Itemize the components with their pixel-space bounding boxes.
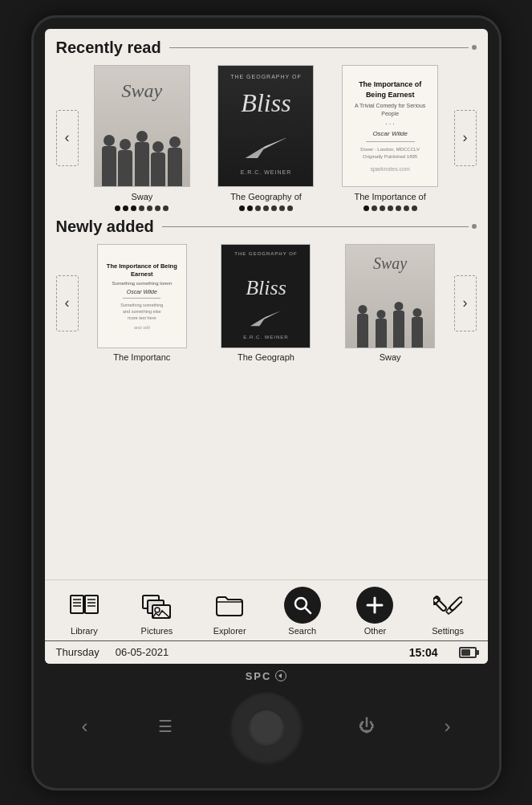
folder-icon: [214, 592, 245, 619]
bliss-author: E.R.C. WEINER: [218, 169, 313, 175]
book-open-icon: [69, 592, 99, 619]
person: [357, 314, 368, 348]
hardware-controls: ‹ ☰ ⏻ ›: [45, 690, 488, 762]
recently-read-items: Sway Sway: [79, 65, 454, 211]
section-divider: [169, 47, 469, 48]
dot: [263, 205, 269, 211]
carousel-prev-button[interactable]: ‹: [56, 110, 79, 166]
status-day: Thursday: [56, 646, 99, 658]
dot: [155, 205, 160, 211]
dpad-control[interactable]: [230, 690, 303, 762]
paper-plane-icon-small: [250, 304, 281, 327]
newly-added-header: Newly added: [56, 218, 477, 236]
person: [376, 319, 387, 348]
si-title: The Importance of Being Earnest: [104, 262, 180, 279]
hardware-menu-button[interactable]: ☰: [149, 710, 181, 742]
dot: [388, 205, 393, 211]
hardware-forward-button[interactable]: ›: [432, 710, 464, 742]
person: [393, 311, 404, 348]
ss-title: Sway: [346, 254, 434, 273]
book-item[interactable]: Sway: [345, 244, 435, 363]
book-title-label: The Importance of: [355, 191, 426, 202]
nav-label-explorer: Explorer: [213, 626, 246, 636]
brand-area: SPC: [246, 670, 287, 682]
small-cover-bliss: THE GEOGRAPHY OF Bliss E.R.C. WEINER: [221, 245, 310, 348]
carousel-prev-button[interactable]: ‹: [56, 275, 79, 331]
dot: [396, 205, 401, 211]
wrench-screwdriver-icon: [433, 592, 462, 619]
book-cover-small: Sway: [345, 244, 435, 348]
cover-importance-visual: The Importance of Being Earnest A Trivia…: [343, 66, 437, 186]
hardware-back-button[interactable]: ‹: [69, 710, 101, 742]
newly-added-title: Newly added: [56, 218, 154, 236]
dot: [279, 205, 285, 211]
nav-item-pictures[interactable]: Pictures: [128, 587, 185, 636]
nav-label-pictures: Pictures: [141, 626, 173, 636]
book-item[interactable]: The Importance of Being Earnest Somethin…: [97, 244, 187, 363]
section-dot: [472, 224, 477, 229]
recently-read-header: Recently read: [56, 39, 477, 57]
brand-name: SPC: [246, 670, 272, 682]
sway-text: Sway: [95, 80, 189, 102]
dot: [239, 205, 245, 211]
pictures-icon: [138, 587, 175, 624]
nav-item-library[interactable]: Library: [56, 587, 112, 636]
dpad-center-button[interactable]: [249, 709, 284, 744]
recently-read-carousel: ‹ Sway: [56, 65, 477, 211]
newly-added-items: The Importance of Being Earnest Somethin…: [79, 244, 454, 363]
book-title-label: The Geograph: [238, 352, 294, 363]
nav-item-search[interactable]: Search: [274, 587, 331, 636]
screen: Recently read ‹ Sway: [45, 29, 488, 664]
dot: [131, 205, 136, 211]
screen-content: Recently read ‹ Sway: [45, 29, 488, 579]
svg-marker-4: [250, 317, 266, 326]
nav-item-other[interactable]: Other: [347, 587, 403, 636]
carousel-next-button[interactable]: ›: [454, 275, 477, 331]
device-bottom: SPC ‹ ☰ ⏻ ›: [45, 664, 488, 788]
book-title-label: The Geography of: [230, 191, 302, 202]
importance-tag: sparknotes.com: [370, 166, 409, 172]
book-progress-dots: [239, 205, 293, 211]
person-silhouette: [118, 150, 132, 186]
section-divider: [162, 226, 469, 227]
svg-line-19: [305, 608, 311, 613]
divider: [366, 141, 415, 142]
dot: [363, 205, 369, 211]
svg-rect-6: [85, 596, 98, 613]
bliss-main-title: Bliss: [218, 88, 313, 118]
book-cover-small: The Importance of Being Earnest Somethin…: [97, 244, 187, 348]
dot: [255, 205, 261, 211]
importance-title: The Importance of Being Earnest: [349, 79, 431, 100]
book-cover-sway: Sway: [94, 65, 190, 187]
bliss-subtitle: THE GEOGRAPHY OF: [218, 74, 313, 79]
nav-item-settings[interactable]: Settings: [420, 587, 476, 636]
cover-sway-visual: Sway: [95, 66, 189, 186]
sb-subtitle: THE GEOGRAPHY OF: [221, 251, 310, 256]
si-subtitle: Something something lorem: [112, 281, 172, 286]
svg-marker-1: [246, 146, 266, 158]
si-tag: and still: [134, 325, 150, 330]
recently-read-title: Recently read: [56, 39, 161, 57]
dot: [271, 205, 277, 211]
importance-author: Oscar Wilde: [372, 130, 408, 137]
book-item[interactable]: THE GEOGRAPHY OF Bliss E.R.C. WEINER The…: [221, 244, 311, 363]
svg-line-2: [246, 138, 286, 158]
book-cover-importance: The Importance of Being Earnest A Trivia…: [342, 65, 438, 187]
person-silhouette: [102, 146, 116, 186]
book-item[interactable]: The Importance of Being Earnest A Trivia…: [342, 65, 438, 211]
nav-label-settings: Settings: [432, 626, 464, 636]
small-cover-importance: The Importance of Being Earnest Somethin…: [98, 245, 186, 348]
nav-item-explorer[interactable]: Explorer: [201, 587, 258, 636]
carousel-next-button[interactable]: ›: [454, 110, 477, 166]
sb-author: E.R.C. WEINER: [221, 335, 310, 339]
importance-publisher: Dover · London, MDCCCLVOriginally Publis…: [360, 146, 420, 161]
small-cover-sway: Sway: [346, 245, 434, 348]
book-item[interactable]: THE GEOGRAPHY OF Bliss E.R.C. WEINER: [217, 65, 314, 211]
plus-icon: [364, 595, 385, 616]
book-item[interactable]: Sway Sway: [94, 65, 190, 211]
hardware-power-button[interactable]: ⏻: [351, 710, 383, 742]
nav-label-other: Other: [364, 626, 387, 636]
dot: [380, 205, 385, 211]
brand-arrow-icon: [277, 672, 285, 680]
battery-fill: [461, 649, 470, 656]
